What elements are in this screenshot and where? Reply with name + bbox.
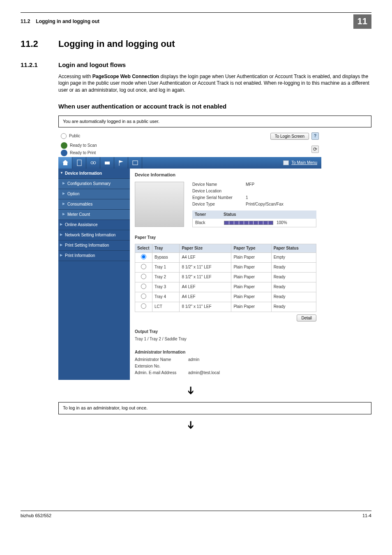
paper-cell-tray: Tray 1: [152, 262, 180, 272]
device-name-key: Device Name: [192, 182, 246, 187]
paper-cell-type: Plain Paper: [231, 262, 271, 272]
admin-ext-key: Extension No.: [135, 363, 188, 369]
flow-caption-2: To log in as an administrator, log out o…: [58, 402, 371, 414]
engine-serial-key: Engine Serial Number: [192, 195, 246, 201]
sidebar-item[interactable]: Print Information: [58, 251, 130, 261]
paper-cell-size: 8 1/2" x 11" LEF: [180, 262, 231, 272]
tab-flag[interactable]: [114, 157, 128, 169]
tray-select-cell[interactable]: [135, 282, 152, 292]
paper-col-header: Paper Size: [180, 244, 231, 252]
paper-cell-status: Empty: [271, 252, 316, 262]
tray-select-radio[interactable]: [141, 294, 146, 299]
sidebar-item[interactable]: Print Setting Information: [58, 240, 130, 251]
scan-status-text: Ready to Scan: [70, 143, 97, 148]
admin-name-value: admin: [188, 357, 199, 363]
paper-col-header: Tray: [152, 244, 180, 252]
sidebar: Device InformationConfiguration SummaryO…: [58, 169, 130, 379]
para-pre: Accessing with: [58, 74, 92, 79]
paper-cell-size: A4 LEF: [180, 282, 231, 292]
tab-fax[interactable]: [128, 157, 142, 169]
tray-select-radio[interactable]: [141, 254, 146, 259]
subsection-heading: When user authentication or account trac…: [58, 102, 371, 111]
admin-mail-key: Admin. E-mail Address: [135, 370, 188, 376]
device-type-value: Print/Copy/Scan/Fax: [246, 201, 284, 207]
sidebar-item[interactable]: Network Setting Information: [58, 230, 130, 240]
sidebar-item[interactable]: Consumables: [58, 199, 130, 210]
admin-mail-value: admin@test.local: [188, 370, 220, 376]
web-connection-screenshot: Public To Login Screen ? Ready to Scan R…: [58, 131, 321, 379]
output-tray-value: Tray 1 / Tray 2 / Saddle Tray: [135, 336, 316, 342]
sidebar-item[interactable]: Online Assistance: [58, 220, 130, 230]
intro-paragraph: Accessing with PageScope Web Connection …: [58, 73, 371, 94]
sidebar-item[interactable]: Meter Count: [58, 210, 130, 220]
heading-11-2-1: 11.2.1 Login and logout flows: [21, 60, 371, 69]
paper-cell-size: 8 1/2" x 11" LEF: [180, 302, 231, 312]
fax-icon: [132, 160, 138, 166]
chapter-badge: 11: [353, 14, 371, 29]
paper-cell-type: Plain Paper: [231, 272, 271, 282]
svg-point-3: [91, 162, 93, 164]
h2-title: Logging in and logging out: [58, 38, 175, 51]
paper-cell-type: Plain Paper: [231, 252, 271, 262]
help-icon[interactable]: ?: [311, 132, 319, 140]
to-login-screen-button[interactable]: To Login Screen: [270, 133, 309, 140]
svg-point-4: [93, 162, 96, 164]
paper-cell-status: Ready: [271, 262, 316, 272]
paper-cell-status: Ready: [271, 302, 316, 312]
tray-select-cell[interactable]: [135, 292, 152, 302]
svg-rect-8: [133, 161, 138, 165]
footer-model: bizhub 652/552: [21, 513, 51, 519]
header-section-title: Logging in and logging out: [36, 18, 353, 25]
mainmenu-icon: [283, 160, 289, 165]
tray-select-radio[interactable]: [141, 274, 146, 279]
flow-arrow-1: ➔: [184, 384, 198, 397]
detail-button[interactable]: Detail: [297, 314, 316, 321]
paper-cell-type: Plain Paper: [231, 292, 271, 302]
doc-icon: [76, 160, 82, 166]
h3-number: 11.2.1: [21, 60, 58, 69]
sidebar-item[interactable]: Option: [58, 189, 130, 199]
toner-black-label: Black: [193, 219, 221, 227]
tray-select-radio[interactable]: [141, 303, 146, 309]
tab-home[interactable]: [58, 157, 72, 169]
to-main-menu-link[interactable]: To Main Menu: [279, 157, 321, 169]
sidebar-item[interactable]: Device Information: [58, 169, 130, 179]
tray-select-cell[interactable]: [135, 272, 152, 282]
h2-number: 11.2: [21, 38, 58, 51]
svg-marker-6: [119, 160, 123, 163]
svg-rect-5: [105, 162, 110, 164]
tray-select-cell[interactable]: [135, 262, 152, 272]
tab-link[interactable]: [86, 157, 100, 169]
paper-cell-tray: LCT: [152, 302, 180, 312]
tray-select-cell[interactable]: [135, 252, 152, 262]
main-panel: Device Information Device NameMFP Device…: [130, 169, 321, 379]
heading-11-2: 11.2 Logging in and logging out: [21, 38, 371, 51]
table-row: BypassA4 LEFPlain PaperEmpty: [135, 252, 316, 262]
admin-info-heading: Administrator Information: [135, 349, 316, 355]
tray-select-cell[interactable]: [135, 302, 152, 312]
header-section-num: 11.2: [21, 18, 30, 25]
paper-tray-table: SelectTrayPaper SizePaper TypePaper Stat…: [135, 244, 316, 312]
paper-col-header: Paper Type: [231, 244, 271, 252]
table-row: Tray 18 1/2" x 11" LEFPlain PaperReady: [135, 262, 316, 272]
tab-bar: To Main Menu: [58, 157, 321, 169]
paper-cell-size: 8 1/2" x 11" LEF: [180, 272, 231, 282]
tray-select-radio[interactable]: [141, 284, 146, 289]
refresh-icon[interactable]: ⟳: [311, 146, 319, 153]
tray-select-radio[interactable]: [141, 264, 146, 269]
tab-doc[interactable]: [72, 157, 86, 169]
sidebar-item[interactable]: Configuration Summary: [58, 179, 130, 189]
running-header: 11.2 Logging in and logging out 11: [21, 12, 371, 30]
paper-col-header: Select: [135, 244, 152, 252]
flow-arrow-2: ➔: [184, 419, 198, 431]
paper-cell-size: A4 LEF: [180, 252, 231, 262]
output-tray-heading: Output Tray: [135, 329, 316, 335]
table-row: Tray 3A4 LEFPlain PaperReady: [135, 282, 316, 292]
scan-status-icon: [61, 142, 67, 149]
paper-cell-tray: Tray 3: [152, 282, 180, 292]
device-type-key: Device Type: [192, 201, 246, 207]
tab-print[interactable]: [100, 157, 114, 169]
paper-tray-heading: Paper Tray: [135, 235, 316, 240]
svg-rect-0: [63, 162, 67, 165]
home-icon: [62, 160, 69, 166]
